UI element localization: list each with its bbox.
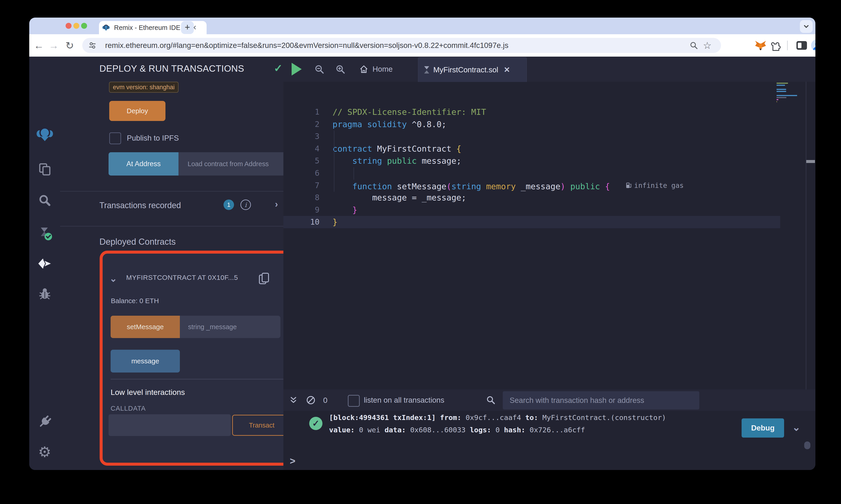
extensions-puzzle-icon[interactable] (769, 34, 784, 57)
terminal-scrollbar[interactable] (804, 442, 810, 449)
listen-all-transactions-checkbox[interactable] (348, 395, 360, 407)
remix-favicon-icon (102, 24, 110, 32)
remix-logo-icon[interactable] (29, 126, 60, 142)
terminal-prompt[interactable]: > (290, 456, 295, 467)
zoom-out-icon[interactable] (314, 64, 325, 75)
profile-avatar[interactable] (810, 34, 816, 57)
minimize-window-button[interactable] (73, 23, 79, 29)
listen-all-transactions-label: listen on all transactions (364, 390, 444, 411)
terminal-toolbar: 0 listen on all transactions (284, 390, 816, 411)
log-expand-chevron-icon[interactable]: ⌄ (792, 421, 801, 433)
at-address-input[interactable] (178, 152, 290, 176)
deploy-and-run-icon[interactable] (29, 256, 60, 272)
debug-button[interactable]: Debug (742, 418, 784, 437)
indent-guide (354, 167, 354, 180)
deploy-button[interactable]: Deploy (109, 101, 166, 121)
browser-tabstrip: Remix - Ethereum IDE ✕ + (29, 18, 816, 34)
deploy-run-panel: DEPLOY & RUN TRANSACTIONS ✓ › evm versio… (60, 57, 284, 470)
code-lines: 1// SPDX-License-Identifier: MIT2pragma … (284, 82, 780, 228)
compiled-check-icon: ✓ (274, 62, 283, 74)
search-icon[interactable] (29, 193, 60, 208)
tab-home[interactable]: Home (359, 57, 393, 82)
browser-tab-title: Remix - Ethereum IDE (114, 24, 189, 32)
low-level-interactions-label: Low level interactions (110, 388, 185, 397)
transactions-info-icon[interactable]: i (240, 199, 251, 210)
minimap[interactable] (776, 83, 804, 103)
calldata-input[interactable] (108, 414, 231, 436)
reload-button[interactable]: ↻ (63, 34, 76, 57)
at-address-button[interactable]: At Address (108, 152, 178, 176)
zoom-window-button[interactable] (81, 23, 87, 29)
metamask-extension-icon[interactable] (753, 34, 768, 57)
code-editor[interactable]: 1// SPDX-License-Identifier: MIT2pragma … (284, 82, 780, 390)
transactions-expand-chevron-icon[interactable]: › (275, 199, 278, 209)
transact-button[interactable]: Transact (232, 415, 291, 436)
deployed-contract-card: ⌄ MYFIRSTCONTRACT AT 0X10F...5 ✕ Balance… (100, 251, 304, 466)
zoom-page-icon[interactable] (689, 38, 698, 53)
close-window-button[interactable] (66, 23, 71, 29)
tab-search-button[interactable] (800, 20, 813, 33)
site-settings-icon[interactable] (88, 41, 97, 50)
home-icon (359, 64, 369, 74)
toolbar-separator (787, 41, 788, 50)
evm-version-badge: evm version: shanghai (109, 82, 178, 93)
file-explorer-icon[interactable] (29, 162, 60, 177)
browser-window: Remix - Ethereum IDE ✕ + ← → ↻ remix.eth… (29, 18, 816, 470)
new-tab-button[interactable]: + (181, 21, 194, 34)
tx-success-icon: ✓ (309, 417, 323, 430)
plugin-manager-icon[interactable] (29, 415, 60, 429)
activity-bar: ⚙ (29, 57, 61, 470)
set-message-button[interactable]: setMessage (110, 316, 180, 338)
transactions-count-badge: 1 (223, 199, 234, 210)
remix-app: ⚙ DEPLOY & RUN TRANSACTIONS ✓ › evm vers… (29, 57, 816, 470)
url-text: remix.ethereum.org/#lang=en&optimize=fal… (105, 41, 509, 50)
editor-scroll-marker[interactable] (806, 160, 815, 163)
editor-toolbar: Home MyFirstContract.sol ✕ (284, 57, 816, 82)
minimap-divider (806, 82, 806, 390)
deployed-contracts-label: Deployed Contracts (99, 237, 176, 247)
calldata-label: CALLDATA (110, 405, 146, 412)
debugger-icon[interactable] (29, 286, 60, 301)
transactions-recorded-label: Transactions recorded (99, 201, 181, 210)
home-tab-label: Home (373, 65, 393, 73)
browser-toolbar: ← → ↻ remix.ethereum.org/#lang=en&optimi… (29, 34, 816, 57)
terminal-search-icon (486, 390, 496, 411)
forward-button[interactable]: → (47, 34, 61, 57)
terminal-search-input[interactable] (503, 391, 699, 410)
settings-gear-icon[interactable]: ⚙ (29, 445, 60, 459)
contract-balance: Balance: 0 ETH (111, 297, 159, 305)
contract-title: MYFIRSTCONTRACT AT 0X10F...5 (126, 274, 246, 282)
log-line2: value: 0 wei data: 0x608...60033 logs: 0… (329, 424, 666, 436)
solidity-file-icon (423, 65, 430, 74)
zoom-in-icon[interactable] (335, 64, 346, 75)
contract-collapse-chevron-icon[interactable]: ⌄ (109, 273, 117, 284)
sidebar-panel-icon[interactable] (794, 34, 809, 57)
pending-tx-count: 0 (323, 390, 327, 411)
bookmark-star-icon[interactable]: ☆ (703, 38, 711, 53)
set-message-input[interactable] (180, 316, 280, 338)
indent-guide (334, 130, 334, 192)
log-line1: [block:4994361 txIndex:1] from: 0x9cf...… (329, 411, 666, 424)
close-file-tab-icon[interactable]: ✕ (504, 65, 510, 74)
file-tab-label: MyFirstContract.sol (433, 66, 498, 74)
transaction-log[interactable]: [block:4994361 txIndex:1] from: 0x9cf...… (329, 411, 666, 436)
solidity-compiler-icon[interactable] (29, 225, 60, 241)
panel-title: DEPLOY & RUN TRANSACTIONS (99, 64, 244, 74)
collapse-terminal-icon[interactable] (289, 390, 298, 411)
copy-address-icon[interactable] (258, 272, 270, 285)
run-script-play-icon[interactable] (292, 63, 302, 75)
clear-terminal-icon[interactable] (306, 390, 316, 411)
address-bar[interactable]: remix.ethereum.org/#lang=en&optimize=fal… (82, 38, 721, 53)
publish-ipfs-label: Publish to IPFS (127, 134, 179, 142)
message-button[interactable]: message (110, 350, 180, 373)
back-button[interactable]: ← (32, 34, 46, 57)
tab-file-active[interactable]: MyFirstContract.sol ✕ (418, 57, 527, 82)
publish-ipfs-checkbox[interactable] (109, 132, 121, 144)
terminal: 0 listen on all transactions ✓ [block:49… (284, 390, 816, 470)
